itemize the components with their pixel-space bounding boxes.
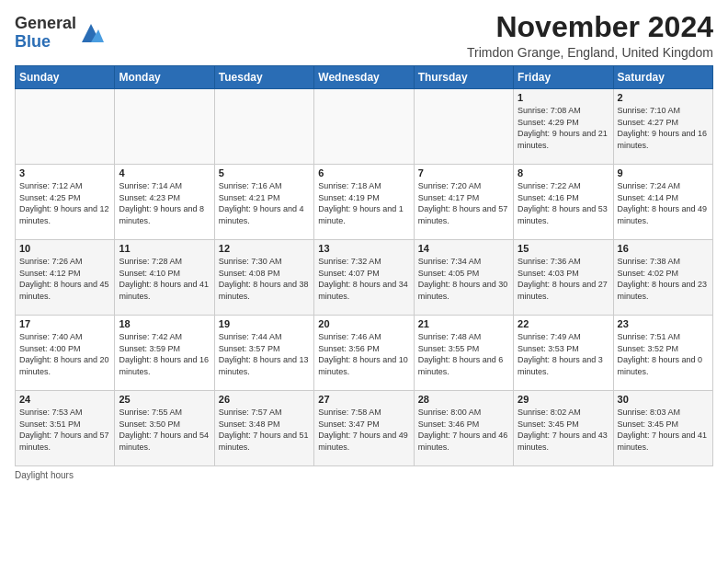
cell-4-0: 24Sunrise: 7:53 AM Sunset: 3:51 PM Dayli…	[16, 391, 115, 466]
week-row-2: 10Sunrise: 7:26 AM Sunset: 4:12 PM Dayli…	[16, 240, 713, 316]
logo-general: General	[15, 14, 76, 32]
day-num-2-3: 13	[318, 243, 409, 254]
cell-1-0: 3Sunrise: 7:12 AM Sunset: 4:25 PM Daylig…	[16, 165, 115, 240]
day-num-1-3: 6	[318, 167, 409, 178]
day-num-3-4: 21	[418, 318, 509, 329]
cell-1-5: 8Sunrise: 7:22 AM Sunset: 4:16 PM Daylig…	[514, 165, 613, 240]
day-info-3-2: Sunrise: 7:44 AM Sunset: 3:57 PM Dayligh…	[219, 331, 310, 377]
cell-0-1	[115, 89, 214, 165]
col-saturday: Saturday	[613, 66, 712, 89]
day-info-4-2: Sunrise: 7:57 AM Sunset: 3:48 PM Dayligh…	[219, 407, 310, 453]
cell-0-4	[414, 89, 513, 165]
week-row-3: 17Sunrise: 7:40 AM Sunset: 4:00 PM Dayli…	[16, 316, 713, 391]
day-num-3-2: 19	[219, 318, 310, 329]
cell-2-6: 16Sunrise: 7:38 AM Sunset: 4:02 PM Dayli…	[613, 240, 712, 316]
cell-3-4: 21Sunrise: 7:48 AM Sunset: 3:55 PM Dayli…	[414, 316, 513, 391]
col-wednesday: Wednesday	[314, 66, 414, 89]
cell-0-0	[16, 89, 115, 165]
page: General Blue November 2024 Trimdon Grang…	[0, 0, 728, 563]
day-num-1-6: 9	[618, 167, 709, 178]
col-tuesday: Tuesday	[214, 66, 313, 89]
col-sunday: Sunday	[16, 66, 115, 89]
daylight-label: Daylight hours	[15, 470, 74, 480]
logo-text: General Blue	[15, 15, 76, 52]
cell-1-3: 6Sunrise: 7:18 AM Sunset: 4:19 PM Daylig…	[314, 165, 414, 240]
cell-4-4: 28Sunrise: 8:00 AM Sunset: 3:46 PM Dayli…	[414, 391, 513, 466]
day-info-1-0: Sunrise: 7:12 AM Sunset: 4:25 PM Dayligh…	[19, 180, 110, 226]
week-row-0: 1Sunrise: 7:08 AM Sunset: 4:29 PM Daylig…	[16, 89, 713, 165]
day-info-4-3: Sunrise: 7:58 AM Sunset: 3:47 PM Dayligh…	[318, 407, 409, 453]
day-num-3-5: 22	[518, 318, 609, 329]
day-num-2-6: 16	[618, 243, 709, 254]
day-info-2-6: Sunrise: 7:38 AM Sunset: 4:02 PM Dayligh…	[618, 256, 709, 302]
day-info-2-1: Sunrise: 7:28 AM Sunset: 4:10 PM Dayligh…	[119, 256, 210, 302]
calendar: Sunday Monday Tuesday Wednesday Thursday…	[15, 65, 713, 466]
day-num-4-3: 27	[318, 394, 409, 405]
day-num-4-4: 28	[418, 394, 509, 405]
day-info-3-1: Sunrise: 7:42 AM Sunset: 3:59 PM Dayligh…	[119, 331, 210, 377]
cell-1-1: 4Sunrise: 7:14 AM Sunset: 4:23 PM Daylig…	[115, 165, 214, 240]
cell-4-5: 29Sunrise: 8:02 AM Sunset: 3:45 PM Dayli…	[514, 391, 613, 466]
day-info-3-3: Sunrise: 7:46 AM Sunset: 3:56 PM Dayligh…	[318, 331, 409, 377]
logo: General Blue	[15, 15, 104, 52]
cell-1-6: 9Sunrise: 7:24 AM Sunset: 4:14 PM Daylig…	[613, 165, 712, 240]
cell-2-0: 10Sunrise: 7:26 AM Sunset: 4:12 PM Dayli…	[16, 240, 115, 316]
cell-2-1: 11Sunrise: 7:28 AM Sunset: 4:10 PM Dayli…	[115, 240, 214, 316]
day-info-3-6: Sunrise: 7:51 AM Sunset: 3:52 PM Dayligh…	[618, 331, 709, 377]
day-num-2-5: 15	[518, 243, 609, 254]
cell-3-2: 19Sunrise: 7:44 AM Sunset: 3:57 PM Dayli…	[214, 316, 313, 391]
day-info-1-3: Sunrise: 7:18 AM Sunset: 4:19 PM Dayligh…	[318, 180, 409, 226]
day-info-4-6: Sunrise: 8:03 AM Sunset: 3:45 PM Dayligh…	[618, 407, 709, 453]
day-info-0-6: Sunrise: 7:10 AM Sunset: 4:27 PM Dayligh…	[618, 105, 709, 151]
day-num-1-4: 7	[418, 167, 509, 178]
cell-4-2: 26Sunrise: 7:57 AM Sunset: 3:48 PM Dayli…	[214, 391, 313, 466]
day-info-4-4: Sunrise: 8:00 AM Sunset: 3:46 PM Dayligh…	[418, 407, 509, 453]
header: General Blue November 2024 Trimdon Grang…	[15, 11, 713, 60]
day-num-2-0: 10	[19, 243, 110, 254]
day-info-2-2: Sunrise: 7:30 AM Sunset: 4:08 PM Dayligh…	[219, 256, 310, 302]
day-num-3-6: 23	[618, 318, 709, 329]
cell-3-5: 22Sunrise: 7:49 AM Sunset: 3:53 PM Dayli…	[514, 316, 613, 391]
day-info-1-6: Sunrise: 7:24 AM Sunset: 4:14 PM Dayligh…	[618, 180, 709, 226]
day-num-4-1: 25	[119, 394, 210, 405]
day-num-4-5: 29	[518, 394, 609, 405]
day-info-2-5: Sunrise: 7:36 AM Sunset: 4:03 PM Dayligh…	[518, 256, 609, 302]
calendar-header-row: Sunday Monday Tuesday Wednesday Thursday…	[16, 66, 713, 89]
cell-3-3: 20Sunrise: 7:46 AM Sunset: 3:56 PM Dayli…	[314, 316, 414, 391]
day-num-2-1: 11	[119, 243, 210, 254]
day-num-4-6: 30	[618, 394, 709, 405]
cell-3-6: 23Sunrise: 7:51 AM Sunset: 3:52 PM Dayli…	[613, 316, 712, 391]
day-num-3-3: 20	[318, 318, 409, 329]
cell-3-1: 18Sunrise: 7:42 AM Sunset: 3:59 PM Dayli…	[115, 316, 214, 391]
day-info-1-5: Sunrise: 7:22 AM Sunset: 4:16 PM Dayligh…	[518, 180, 609, 226]
cell-2-2: 12Sunrise: 7:30 AM Sunset: 4:08 PM Dayli…	[214, 240, 313, 316]
day-info-1-1: Sunrise: 7:14 AM Sunset: 4:23 PM Dayligh…	[119, 180, 210, 226]
day-info-4-0: Sunrise: 7:53 AM Sunset: 3:51 PM Dayligh…	[19, 407, 110, 453]
cell-0-6: 2Sunrise: 7:10 AM Sunset: 4:27 PM Daylig…	[613, 89, 712, 165]
footer-note: Daylight hours	[15, 470, 713, 480]
cell-2-5: 15Sunrise: 7:36 AM Sunset: 4:03 PM Dayli…	[514, 240, 613, 316]
day-num-1-5: 8	[518, 167, 609, 178]
day-info-2-4: Sunrise: 7:34 AM Sunset: 4:05 PM Dayligh…	[418, 256, 509, 302]
day-info-4-1: Sunrise: 7:55 AM Sunset: 3:50 PM Dayligh…	[119, 407, 210, 453]
cell-1-2: 5Sunrise: 7:16 AM Sunset: 4:21 PM Daylig…	[214, 165, 313, 240]
cell-2-3: 13Sunrise: 7:32 AM Sunset: 4:07 PM Dayli…	[314, 240, 414, 316]
cell-3-0: 17Sunrise: 7:40 AM Sunset: 4:00 PM Dayli…	[16, 316, 115, 391]
cell-4-3: 27Sunrise: 7:58 AM Sunset: 3:47 PM Dayli…	[314, 391, 414, 466]
cell-0-3	[314, 89, 414, 165]
day-num-3-0: 17	[19, 318, 110, 329]
cell-4-6: 30Sunrise: 8:03 AM Sunset: 3:45 PM Dayli…	[613, 391, 712, 466]
col-monday: Monday	[115, 66, 214, 89]
day-info-2-3: Sunrise: 7:32 AM Sunset: 4:07 PM Dayligh…	[318, 256, 409, 302]
cell-0-2	[214, 89, 313, 165]
day-num-4-0: 24	[19, 394, 110, 405]
title-block: November 2024 Trimdon Grange, England, U…	[467, 11, 713, 60]
week-row-4: 24Sunrise: 7:53 AM Sunset: 3:51 PM Dayli…	[16, 391, 713, 466]
day-info-0-5: Sunrise: 7:08 AM Sunset: 4:29 PM Dayligh…	[518, 105, 609, 151]
cell-0-5: 1Sunrise: 7:08 AM Sunset: 4:29 PM Daylig…	[514, 89, 613, 165]
day-num-2-2: 12	[219, 243, 310, 254]
day-info-3-4: Sunrise: 7:48 AM Sunset: 3:55 PM Dayligh…	[418, 331, 509, 377]
logo-blue: Blue	[15, 32, 51, 51]
location: Trimdon Grange, England, United Kingdom	[467, 45, 713, 60]
day-num-0-6: 2	[618, 92, 709, 103]
